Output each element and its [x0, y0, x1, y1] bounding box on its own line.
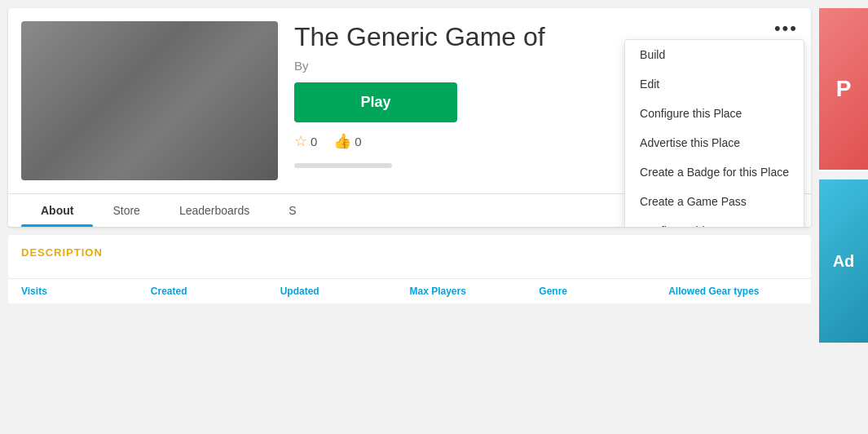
star-stat: ☆ 0: [294, 132, 317, 150]
stats-col-genre: Genre: [539, 286, 668, 297]
tab-about[interactable]: About: [21, 194, 93, 227]
dropdown-menu: Build Edit Configure this Place Advertis…: [624, 39, 804, 227]
content-area: The Generic Game of By Play ☆ 0 👍 0: [0, 8, 819, 303]
game-thumbnail: [21, 21, 278, 180]
right-panel-top-letter: P: [836, 76, 852, 102]
dropdown-item-configure-place[interactable]: Configure this Place: [625, 99, 804, 128]
right-panel-top: P: [819, 8, 868, 171]
stats-col-created: Created: [151, 286, 280, 297]
stats-col-visits: Visits: [21, 286, 151, 297]
play-button[interactable]: Play: [294, 82, 457, 122]
dropdown-item-advertise-place[interactable]: Advertise this Place: [625, 128, 804, 157]
star-icon: ☆: [294, 132, 307, 150]
main-card: The Generic Game of By Play ☆ 0 👍 0: [8, 8, 811, 227]
genre-label: Genre: [539, 286, 668, 297]
dropdown-item-create-game-pass[interactable]: Create a Game Pass: [625, 187, 804, 216]
scroll-bar[interactable]: [294, 163, 392, 168]
max-players-label: Max Players: [409, 286, 539, 297]
stats-col-max-players: Max Players: [409, 286, 539, 297]
thumb-count: 0: [355, 135, 361, 148]
dropdown-item-create-badge[interactable]: Create a Badge for this Place: [625, 157, 804, 187]
star-count: 0: [311, 135, 317, 148]
gear-types-label: Allowed Gear types: [668, 286, 798, 297]
description-label: DESCRIPTION: [21, 246, 798, 259]
stats-row: Visits Created Updated Max Players Genre…: [8, 278, 811, 303]
dropdown-item-edit[interactable]: Edit: [625, 69, 804, 99]
stats-col-gear-types: Allowed Gear types: [668, 286, 798, 297]
tab-leaderboards[interactable]: Leaderboards: [160, 194, 269, 227]
more-options-button[interactable]: •••: [768, 15, 804, 42]
right-panel-bottom: Ad: [819, 179, 868, 343]
dropdown-item-configure-game[interactable]: Configure this Game: [625, 216, 804, 227]
description-section: DESCRIPTION: [8, 235, 811, 278]
dropdown-item-build[interactable]: Build: [625, 40, 804, 69]
thumb-stat: 👍 0: [333, 132, 361, 150]
thumbup-icon: 👍: [333, 132, 351, 150]
game-header: The Generic Game of By Play ☆ 0 👍 0: [8, 8, 811, 193]
updated-label: Updated: [280, 286, 410, 297]
right-panel-bottom-text: Ad: [833, 252, 855, 271]
tab-store[interactable]: Store: [93, 194, 159, 227]
stats-col-updated: Updated: [280, 286, 410, 297]
tab-extra[interactable]: S: [269, 194, 315, 227]
right-panel: P Ad: [819, 8, 868, 434]
created-label: Created: [151, 286, 280, 297]
visits-label: Visits: [21, 286, 151, 297]
page-wrapper: The Generic Game of By Play ☆ 0 👍 0: [0, 8, 868, 434]
